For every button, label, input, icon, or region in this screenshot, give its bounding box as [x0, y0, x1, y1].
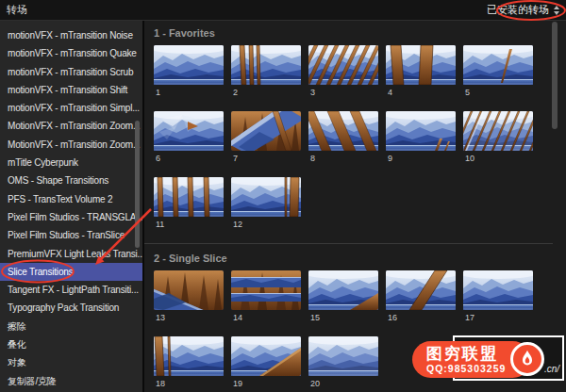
transition-thumbnail-2[interactable]	[231, 45, 301, 85]
transition-thumbnail-16[interactable]	[386, 270, 456, 310]
transition-cell: 8	[308, 111, 378, 164]
transition-cell: 15	[308, 270, 378, 323]
transition-cell: 9	[386, 111, 456, 164]
flame-logo-icon	[510, 342, 544, 376]
transition-thumbnail-6[interactable]	[154, 111, 224, 151]
transition-cell: 7	[231, 111, 301, 164]
transition-cell: 1	[154, 45, 224, 98]
transition-cell: 19	[231, 336, 301, 389]
thumbnail-index-label: 19	[231, 379, 301, 389]
sidebar-item-typography-pack-transition[interactable]: Typography Pack Transition	[0, 299, 142, 317]
transition-thumbnail-14[interactable]	[231, 270, 301, 310]
thumbnail-index-label: 11	[154, 220, 224, 230]
thumbnail-row: 678910	[154, 111, 566, 164]
thumbnail-index-label: 14	[231, 313, 301, 323]
section-title: 1 - Favorites	[154, 27, 566, 39]
thumbnail-row: 1112	[154, 177, 566, 230]
transition-thumbnail-3[interactable]	[308, 45, 378, 85]
transition-thumbnail-5[interactable]	[463, 45, 533, 85]
sidebar-item-对象[interactable]: 对象	[0, 353, 142, 371]
thumbnail-index-label: 5	[463, 88, 533, 98]
transition-cell: 14	[231, 270, 301, 323]
sidebar-item-叠化[interactable]: 叠化	[0, 335, 142, 353]
thumbnail-row: 1314151617	[154, 270, 553, 323]
thumbnail-index-label: 4	[386, 88, 456, 98]
thumbnail-index-label: 17	[463, 313, 533, 323]
transition-thumbnail-11[interactable]	[154, 177, 224, 217]
transition-cell: 3	[308, 45, 378, 98]
transition-cell: 18	[154, 336, 224, 389]
section-1-favorites: 1 - Favorites123456789101112	[144, 27, 566, 230]
thumbnail-index-label: 10	[463, 154, 533, 164]
transition-thumbnail-7[interactable]	[231, 111, 301, 151]
sidebar-main-divider	[142, 0, 144, 392]
sidebar-item-motionvfx-mtransition-zoom[interactable]: MotionVFX - mTransition Zoom...	[0, 117, 142, 135]
thumbnail-index-label: 8	[308, 154, 378, 164]
sidebar-item-tangent-fx-lightpath-transiti[interactable]: Tangent FX - LightPath Transiti...	[0, 281, 142, 299]
transitions-sidebar: motionVFX - mTransition NoisemotionVFX -…	[0, 21, 142, 392]
transition-thumbnail-10[interactable]	[463, 111, 533, 151]
transition-cell: 11	[154, 177, 224, 230]
sidebar-item-复制器-克隆[interactable]: 复制器/克隆	[0, 372, 142, 390]
transition-thumbnail-17[interactable]	[463, 270, 533, 310]
transition-cell: 5	[463, 45, 533, 98]
sidebar-scrollbar-thumb[interactable]	[135, 121, 140, 248]
sidebar-item-motionvfx-mtransition-quake[interactable]: motionVFX - mTransition Quake	[0, 44, 142, 62]
thumbnail-index-label: 1	[154, 88, 224, 98]
sidebar-item-premiumvfx-light-leaks-transi[interactable]: PremiumVFX Light Leaks Transi...	[0, 245, 142, 263]
chevron-updown-icon	[554, 6, 559, 15]
thumbnail-index-label: 6	[154, 154, 224, 164]
thumbnail-row: 12345	[154, 45, 566, 98]
transition-cell: 4	[386, 45, 456, 98]
sidebar-item-slice-transitions[interactable]: Slice Transitions	[0, 263, 142, 281]
transition-cell: 2	[231, 45, 301, 98]
thumbnail-index-label: 15	[308, 313, 378, 323]
sidebar-item-擦除[interactable]: 擦除	[0, 318, 142, 335]
transition-cell: 16	[386, 270, 456, 323]
transition-thumbnail-19[interactable]	[231, 336, 301, 376]
sidebar-item-mtitle-cyberpunk[interactable]: mTitle Cyberpunk	[0, 154, 142, 172]
grid-scrollbar-thumb[interactable]	[552, 22, 558, 129]
thumbnail-index-label: 18	[154, 379, 224, 389]
thumbnail-index-label: 13	[154, 313, 224, 323]
sidebar-item-motionvfx-mtransition-zoom[interactable]: MotionVFX - mTransition Zoom...	[0, 136, 142, 154]
transition-cell: 20	[308, 336, 378, 389]
sidebar-item-oms-shape-transitions[interactable]: OMS - Shape Transitions	[0, 172, 142, 189]
sidebar-item-motionvfx-mtransition-shift[interactable]: motionVFX - mTransition Shift	[0, 81, 142, 99]
transition-thumbnail-8[interactable]	[308, 111, 378, 151]
transition-cell: 6	[154, 111, 224, 164]
sidebar-item-pfs-transtext-volume-2[interactable]: PFS - TransText Volume 2	[0, 190, 142, 208]
thumbnail-index-label: 3	[308, 88, 378, 98]
thumbnail-index-label: 9	[386, 154, 456, 164]
transition-thumbnail-15[interactable]	[308, 270, 378, 310]
transition-thumbnail-1[interactable]	[154, 45, 224, 85]
watermark-partial-url: .cn/	[544, 364, 559, 374]
transition-thumbnail-9[interactable]	[386, 111, 456, 151]
sidebar-item-motionvfx-mtransition-simpl[interactable]: motionVFX - mTransition Simpl...	[0, 99, 142, 117]
thumbnail-index-label: 7	[231, 154, 301, 164]
browser-header: 转场 已安装的转场	[0, 0, 566, 21]
sidebar-item-motionvfx-mtransition-noise[interactable]: motionVFX - mTransition Noise	[0, 26, 142, 44]
thumbnail-index-label: 12	[231, 220, 301, 230]
transition-thumbnail-12[interactable]	[231, 177, 301, 217]
transition-thumbnail-20[interactable]	[308, 336, 378, 376]
sidebar-item-pixel-film-studios-translice[interactable]: Pixel Film Studios - TranSlice	[0, 226, 142, 244]
section-title: 2 - Single Slice	[154, 253, 553, 264]
transition-thumbnail-18[interactable]	[154, 336, 224, 376]
transition-cell: 17	[463, 270, 533, 323]
transition-cell: 13	[154, 270, 224, 323]
transition-thumbnail-13[interactable]	[154, 270, 224, 310]
sidebar-list: motionVFX - mTransition NoisemotionVFX -…	[0, 21, 142, 390]
thumbnail-index-label: 2	[231, 88, 301, 98]
installed-transitions-dropdown[interactable]: 已安装的转场	[487, 3, 559, 17]
thumbnail-index-label: 20	[308, 379, 378, 389]
dropdown-selected-value: 已安装的转场	[487, 3, 549, 17]
transition-cell: 10	[463, 111, 533, 164]
thumbnail-index-label: 16	[386, 313, 456, 323]
sidebar-item-pixel-film-studios-transgla[interactable]: Pixel Film Studios - TRANSGLA...	[0, 208, 142, 226]
transition-cell: 12	[231, 177, 301, 230]
sidebar-item-motionvfx-mtransition-scrub[interactable]: motionVFX - mTransition Scrub	[0, 63, 142, 81]
panel-title: 转场	[7, 3, 27, 17]
transition-thumbnail-4[interactable]	[386, 45, 456, 85]
